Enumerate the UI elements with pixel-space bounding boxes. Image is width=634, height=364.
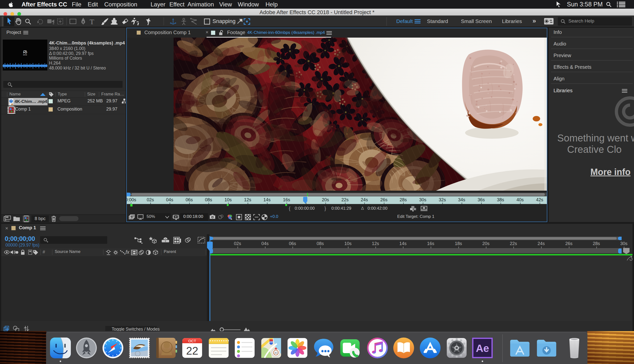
svg-text:280: 280 (269, 341, 273, 343)
svg-text:22: 22 (186, 345, 198, 357)
svg-text:OCT: OCT (188, 339, 196, 343)
svg-text:Ae: Ae (476, 342, 489, 354)
svg-text:3D: 3D (274, 352, 278, 354)
